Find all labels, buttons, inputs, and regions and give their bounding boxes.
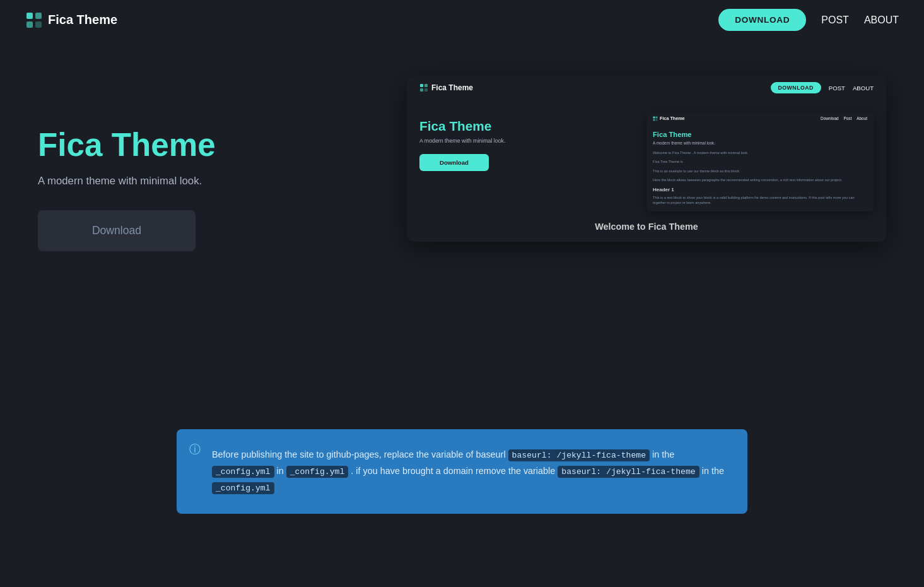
nav-about-link[interactable]: ABOUT: [864, 15, 899, 26]
mini-hero-content: Fica Theme A modern theme with minimal l…: [419, 112, 520, 171]
info-text-in3: in the: [702, 466, 724, 476]
mini-hero-title: Fica Theme: [419, 119, 520, 134]
mini-nav-download-button[interactable]: DOWNLOAD: [771, 82, 821, 93]
svg-rect-10: [653, 119, 655, 121]
micro-nav-link-3: About: [857, 116, 867, 121]
nav-logo: Fica Theme: [25, 11, 117, 29]
mini-hero-preview: Fica Theme Download Post About Fica Them…: [533, 112, 874, 211]
mini-nav-logo: Fica Theme: [419, 83, 473, 92]
micro-logo-icon: [653, 116, 658, 121]
main-nav: Fica Theme DOWNLOAD POST ABOUT: [0, 0, 924, 40]
mini-hero-download-button[interactable]: Download: [419, 154, 489, 171]
info-box: ⓘ Before publishing the site to github-p…: [177, 429, 747, 514]
info-text-in1: in the: [652, 449, 674, 460]
svg-rect-8: [653, 116, 655, 118]
code-config-3: _config.yml: [212, 482, 274, 494]
mini-nav-logo-text: Fica Theme: [431, 83, 473, 92]
info-text: Before publishing the site to github-pag…: [197, 447, 727, 496]
info-icon: ⓘ: [189, 442, 201, 457]
svg-rect-11: [656, 119, 658, 121]
mini-logo-icon: [419, 83, 428, 92]
nav-download-button[interactable]: DOWNLOAD: [718, 9, 806, 31]
info-text-after1: . if you have brought a domain remove th…: [351, 466, 558, 476]
micro-text-3: This is an example to use our theme bloc…: [653, 169, 867, 174]
micro-text-5: This is a text block to show your block …: [653, 195, 867, 206]
micro-title: Fica Theme: [653, 131, 867, 138]
hero-download-button[interactable]: Download: [38, 210, 196, 251]
micro-text-4: Here the block allows between paragraphs…: [653, 177, 867, 182]
screenshot-preview: Fica Theme DOWNLOAD POST ABOUT Fica Them…: [407, 76, 886, 242]
micro-nav-logo-text: Fica Theme: [660, 116, 685, 121]
hero-preview: Fica Theme DOWNLOAD POST ABOUT Fica Them…: [328, 76, 886, 242]
code-config-1: _config.yml: [212, 466, 274, 478]
info-text-before1: Before publishing the site to github-pag…: [212, 449, 508, 460]
code-baseurl-1: baseurl: /jekyll-fica-theme: [508, 449, 650, 461]
micro-header1: Header 1: [653, 187, 867, 193]
micro-nav: Fica Theme Download Post About: [646, 112, 874, 124]
mini-hero-subtitle: A modern theme with minimal look.: [419, 138, 520, 144]
nav-links: DOWNLOAD POST ABOUT: [718, 9, 899, 31]
micro-text-1: Welcome to Fica Theme , A modern theme w…: [653, 150, 867, 155]
info-section: ⓘ Before publishing the site to github-p…: [0, 429, 924, 539]
hero-title: Fica Theme: [38, 126, 303, 163]
mini-hero: Fica Theme A modern theme with minimal l…: [407, 100, 886, 211]
logo-icon: [25, 11, 43, 29]
svg-rect-5: [424, 84, 428, 87]
code-baseurl-2: baseurl: /jekyll-fica-theme: [558, 466, 699, 478]
mini-welcome-title: Welcome to Fica Theme: [419, 222, 874, 232]
nav-logo-text: Fica Theme: [48, 13, 117, 27]
info-text-in2: in: [277, 466, 286, 476]
nav-post-link[interactable]: POST: [821, 15, 849, 26]
code-config-2: _config.yml: [286, 466, 349, 478]
svg-rect-4: [420, 84, 423, 87]
svg-rect-7: [424, 88, 428, 92]
mini-nav-links: DOWNLOAD POST ABOUT: [771, 82, 874, 93]
svg-rect-1: [35, 13, 42, 19]
micro-text-2: Fica Tree Theme is: [653, 159, 867, 164]
mini-welcome-section: Welcome to Fica Theme: [407, 211, 886, 242]
micro-nav-logo: Fica Theme: [653, 116, 685, 121]
micro-nav-links: Download Post About: [821, 116, 867, 121]
svg-rect-3: [35, 21, 42, 28]
svg-rect-2: [26, 21, 33, 28]
mini-nav-post-link[interactable]: POST: [829, 85, 845, 92]
micro-content: Fica Theme A modern theme with minimal l…: [646, 124, 874, 211]
micro-nav-link-1: Download: [821, 116, 838, 121]
hero-subtitle: A modern theme with minimal look.: [38, 175, 303, 187]
mini-site: Fica Theme DOWNLOAD POST ABOUT Fica Them…: [407, 76, 886, 242]
svg-rect-6: [420, 88, 423, 92]
mini-nav: Fica Theme DOWNLOAD POST ABOUT: [407, 76, 886, 100]
micro-site: Fica Theme Download Post About Fica Them…: [646, 112, 874, 211]
hero-section: Fica Theme A modern theme with minimal l…: [0, 0, 924, 404]
svg-rect-9: [656, 116, 658, 118]
mini-nav-about-link[interactable]: ABOUT: [853, 85, 874, 92]
svg-rect-0: [26, 13, 33, 19]
micro-nav-link-2: Post: [844, 116, 852, 121]
micro-subtitle: A modern theme with minimal look.: [653, 141, 867, 145]
hero-content: Fica Theme A modern theme with minimal l…: [38, 76, 303, 251]
